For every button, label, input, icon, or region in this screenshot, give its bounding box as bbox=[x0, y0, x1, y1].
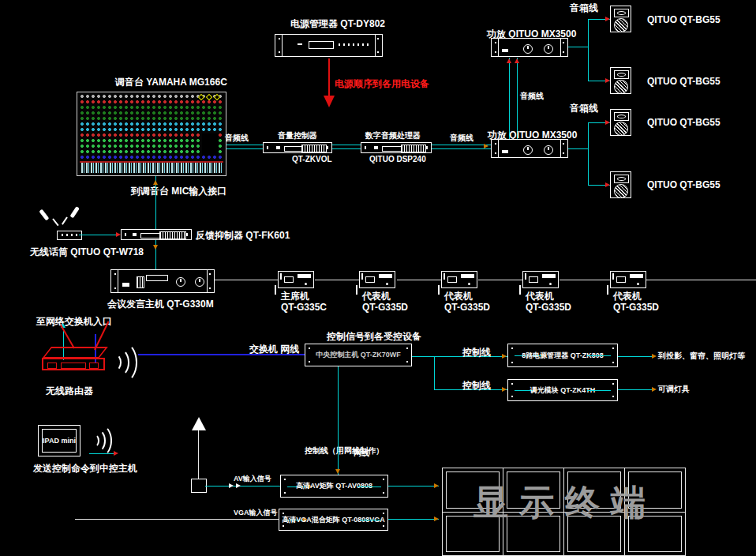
router-front-face bbox=[42, 358, 105, 370]
conference-bus bbox=[560, 280, 610, 280]
power-buttons bbox=[339, 43, 372, 46]
unit-button bbox=[468, 283, 470, 285]
delegate-name: 代表机 bbox=[613, 291, 642, 301]
knob-row bbox=[80, 127, 223, 133]
speaker-woofer bbox=[614, 184, 628, 198]
volume-controller-model: QT-ZKVOL bbox=[292, 156, 332, 163]
vga-out-line bbox=[388, 519, 439, 520]
arrow-icon bbox=[434, 483, 439, 488]
arrow-icon bbox=[434, 517, 439, 521]
router-antenna-icon bbox=[60, 325, 75, 348]
power-display bbox=[309, 41, 334, 49]
knob-row bbox=[80, 111, 223, 116]
unit-speaker bbox=[365, 276, 375, 283]
host-switch bbox=[122, 283, 129, 287]
amp-switch bbox=[502, 49, 508, 52]
control-line2-label: 控制线 bbox=[462, 381, 491, 390]
unit-led bbox=[133, 233, 137, 236]
arrow-icon bbox=[335, 469, 340, 474]
speaker-box bbox=[610, 6, 631, 32]
antenna-pole bbox=[198, 430, 199, 479]
speaker-wire bbox=[568, 47, 588, 47]
unit-led bbox=[276, 146, 280, 149]
unit-panel bbox=[461, 274, 474, 278]
knob-row bbox=[80, 122, 223, 127]
conference-bus bbox=[215, 280, 278, 280]
router-port bbox=[47, 363, 57, 369]
unit-stand bbox=[356, 285, 357, 295]
volume-controller-label: 音量控制器 bbox=[278, 132, 317, 140]
wireless-mic-label: 无线话筒 QITUO QT-W718 bbox=[30, 247, 144, 257]
mic-post bbox=[525, 273, 526, 280]
microphone-stem bbox=[62, 216, 68, 224]
knob-row bbox=[80, 116, 223, 122]
unit-display bbox=[140, 233, 161, 239]
delegate-name: 代表机 bbox=[444, 291, 473, 301]
mic-input-note: 到调音台 MIC输入接口 bbox=[131, 186, 226, 196]
arrow-icon bbox=[114, 451, 118, 456]
av-line bbox=[357, 486, 381, 487]
power-arrow-note: 电源顺序到各用电设备 bbox=[335, 79, 429, 88]
antenna-box bbox=[191, 479, 207, 493]
speaker-label: QITUO QT-BG55 bbox=[647, 118, 720, 127]
mic-receiver bbox=[57, 231, 82, 240]
unit-speaker bbox=[447, 276, 457, 283]
display-terminal-label: 显示终端 bbox=[473, 485, 657, 520]
central-control-text: 中央控制主机 QT-ZK70WF bbox=[305, 344, 411, 366]
unit-vents bbox=[301, 145, 327, 152]
delegate-model: QT-G335D bbox=[362, 302, 408, 312]
speaker-wire bbox=[588, 122, 589, 185]
audio-line bbox=[432, 145, 491, 149]
knob-row bbox=[80, 100, 223, 105]
amp-knob bbox=[544, 44, 553, 54]
host-vents bbox=[137, 276, 144, 288]
speaker-woofer bbox=[614, 122, 628, 136]
ipad-link-line bbox=[89, 453, 116, 454]
microphone-icon bbox=[39, 209, 49, 221]
ipad-label: IPAD mini bbox=[39, 426, 80, 456]
arrow-icon bbox=[153, 245, 158, 250]
vga-matrix-unit: 高清VGA混合矩阵 QT-0808VGA bbox=[279, 509, 388, 531]
mic-post bbox=[612, 273, 614, 280]
power8-out-label: 到投影、窗帘、照明灯等 bbox=[658, 352, 745, 360]
unit-stand bbox=[607, 285, 608, 295]
conference-bus bbox=[397, 280, 441, 280]
vga-line bbox=[75, 519, 280, 520]
control-line bbox=[618, 356, 654, 357]
unit-vents bbox=[159, 231, 186, 239]
router-port bbox=[61, 363, 86, 369]
mixer-label: 调音台 YAMAHA MG166C bbox=[115, 77, 227, 87]
speaker-woofer bbox=[614, 80, 628, 94]
delegate-unit bbox=[522, 271, 559, 288]
control-line bbox=[618, 389, 654, 390]
mixer-unit bbox=[77, 92, 226, 176]
delegate-name: 代表机 bbox=[362, 291, 391, 301]
receiver-buttons bbox=[62, 234, 77, 236]
vga-in-label: VGA输入信号 bbox=[234, 509, 278, 517]
mic-line-vertical bbox=[155, 176, 156, 269]
delegate-unit bbox=[610, 271, 646, 288]
wifi-icon bbox=[109, 342, 137, 383]
unit-panel bbox=[542, 274, 556, 278]
speaker-horn bbox=[614, 112, 629, 121]
delegate-unit bbox=[441, 271, 477, 288]
amp-switch bbox=[502, 150, 508, 153]
power8-unit: 8路电源管理器 QT-ZK808 bbox=[507, 344, 618, 367]
dimmer-out-label: 可调灯具 bbox=[658, 385, 690, 393]
mic-post bbox=[280, 273, 282, 280]
amp-knob bbox=[523, 145, 533, 155]
volume-controller-unit bbox=[263, 142, 332, 153]
router-antenna-icon bbox=[94, 321, 109, 351]
arrow-icon bbox=[507, 58, 511, 63]
arrow-icon bbox=[652, 387, 657, 392]
conference-bus bbox=[646, 280, 756, 280]
speaker-horn bbox=[614, 175, 629, 183]
speaker-wire-label-bottom: 音箱线 bbox=[570, 103, 598, 113]
speaker-box bbox=[610, 171, 631, 198]
delegate-name: 代表机 bbox=[526, 291, 554, 301]
vga-line bbox=[361, 520, 381, 520]
conference-host-label: 会议发言主机 QT-G330M bbox=[107, 299, 214, 309]
audio-line bbox=[226, 145, 263, 149]
speaker-label: QITUO QT-BG55 bbox=[647, 15, 720, 24]
host-knob bbox=[195, 277, 204, 287]
